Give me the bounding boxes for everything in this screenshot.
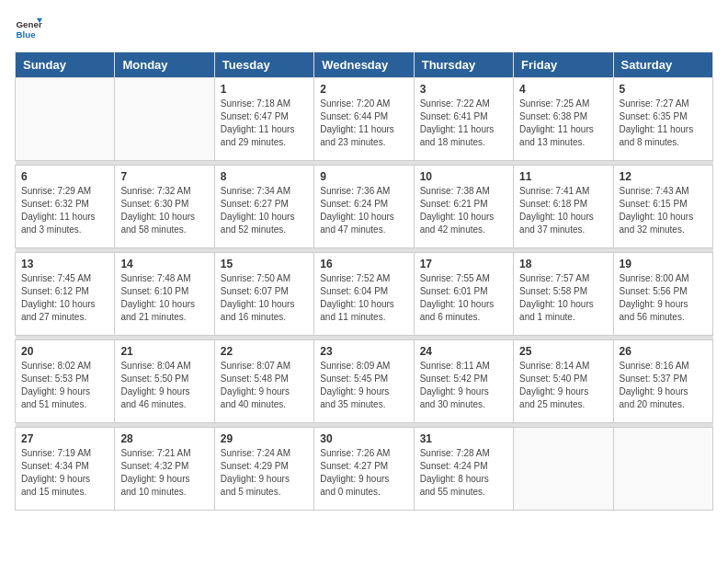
- calendar-cell: 22Sunrise: 8:07 AM Sunset: 5:48 PM Dayli…: [214, 340, 313, 423]
- day-header-sunday: Sunday: [16, 52, 115, 78]
- calendar-cell: 18Sunrise: 7:57 AM Sunset: 5:58 PM Dayli…: [514, 253, 613, 336]
- calendar-cell: 2Sunrise: 7:20 AM Sunset: 6:44 PM Daylig…: [314, 78, 414, 161]
- day-number: 28: [120, 432, 208, 445]
- calendar-week-row: 6Sunrise: 7:29 AM Sunset: 6:32 PM Daylig…: [16, 166, 713, 248]
- cell-details: Sunrise: 7:27 AM Sunset: 6:35 PM Dayligh…: [620, 98, 707, 149]
- cell-details: Sunrise: 7:55 AM Sunset: 6:01 PM Dayligh…: [420, 272, 507, 324]
- calendar-cell: 10Sunrise: 7:38 AM Sunset: 6:21 PM Dayli…: [414, 166, 513, 248]
- calendar-cell: 3Sunrise: 7:22 AM Sunset: 6:41 PM Daylig…: [414, 78, 513, 161]
- cell-details: Sunrise: 7:25 AM Sunset: 6:38 PM Dayligh…: [519, 98, 607, 149]
- day-number: 26: [620, 345, 707, 358]
- cell-details: Sunrise: 8:07 AM Sunset: 5:48 PM Dayligh…: [221, 360, 308, 411]
- calendar-cell: 4Sunrise: 7:25 AM Sunset: 6:38 PM Daylig…: [514, 78, 613, 161]
- day-number: 19: [620, 258, 707, 270]
- cell-details: Sunrise: 7:29 AM Sunset: 6:32 PM Dayligh…: [21, 185, 108, 236]
- svg-text:Blue: Blue: [17, 29, 37, 40]
- day-number: 21: [120, 345, 208, 358]
- cell-details: Sunrise: 7:38 AM Sunset: 6:21 PM Dayligh…: [420, 185, 507, 236]
- cell-details: Sunrise: 7:26 AM Sunset: 4:27 PM Dayligh…: [320, 447, 407, 499]
- calendar-cell: 14Sunrise: 7:48 AM Sunset: 6:10 PM Dayli…: [115, 253, 214, 336]
- cell-details: Sunrise: 8:16 AM Sunset: 5:37 PM Dayligh…: [620, 360, 707, 411]
- day-number: 29: [221, 432, 308, 445]
- calendar-cell: [613, 428, 712, 511]
- day-header-thursday: Thursday: [414, 52, 513, 78]
- cell-details: Sunrise: 7:18 AM Sunset: 6:47 PM Dayligh…: [221, 98, 308, 149]
- day-number: 7: [120, 170, 208, 183]
- day-number: 9: [320, 170, 407, 183]
- cell-details: Sunrise: 7:24 AM Sunset: 4:29 PM Dayligh…: [221, 447, 308, 499]
- day-number: 3: [420, 83, 507, 96]
- calendar-cell: [514, 428, 613, 511]
- day-number: 16: [320, 258, 407, 270]
- calendar-cell: [16, 78, 115, 161]
- cell-details: Sunrise: 7:57 AM Sunset: 5:58 PM Dayligh…: [519, 272, 607, 324]
- day-number: 2: [320, 83, 407, 96]
- cell-details: Sunrise: 7:41 AM Sunset: 6:18 PM Dayligh…: [519, 185, 607, 236]
- cell-details: Sunrise: 8:02 AM Sunset: 5:53 PM Dayligh…: [21, 360, 108, 411]
- day-header-friday: Friday: [514, 52, 613, 78]
- cell-details: Sunrise: 7:32 AM Sunset: 6:30 PM Dayligh…: [120, 185, 208, 236]
- calendar-cell: 6Sunrise: 7:29 AM Sunset: 6:32 PM Daylig…: [16, 166, 115, 248]
- day-header-wednesday: Wednesday: [314, 52, 414, 78]
- cell-details: Sunrise: 7:21 AM Sunset: 4:32 PM Dayligh…: [120, 447, 208, 499]
- calendar-cell: 19Sunrise: 8:00 AM Sunset: 5:56 PM Dayli…: [613, 253, 712, 336]
- calendar-cell: 1Sunrise: 7:18 AM Sunset: 6:47 PM Daylig…: [214, 78, 313, 161]
- day-number: 22: [221, 345, 308, 358]
- day-number: 14: [120, 258, 208, 270]
- calendar-cell: 21Sunrise: 8:04 AM Sunset: 5:50 PM Dayli…: [115, 340, 214, 423]
- calendar-body: 1Sunrise: 7:18 AM Sunset: 6:47 PM Daylig…: [16, 78, 713, 511]
- cell-details: Sunrise: 7:19 AM Sunset: 4:34 PM Dayligh…: [21, 447, 108, 499]
- cell-details: Sunrise: 7:34 AM Sunset: 6:27 PM Dayligh…: [221, 185, 308, 236]
- calendar-cell: 28Sunrise: 7:21 AM Sunset: 4:32 PM Dayli…: [115, 428, 214, 511]
- calendar-cell: 25Sunrise: 8:14 AM Sunset: 5:40 PM Dayli…: [514, 340, 613, 423]
- day-number: 1: [221, 83, 308, 96]
- calendar-header-row: SundayMondayTuesdayWednesdayThursdayFrid…: [16, 52, 713, 78]
- calendar-week-row: 20Sunrise: 8:02 AM Sunset: 5:53 PM Dayli…: [16, 340, 713, 423]
- cell-details: Sunrise: 8:11 AM Sunset: 5:42 PM Dayligh…: [420, 360, 507, 411]
- day-number: 10: [420, 170, 507, 183]
- day-number: 25: [519, 345, 607, 358]
- page-header: General Blue: [15, 15, 713, 42]
- calendar-cell: 29Sunrise: 7:24 AM Sunset: 4:29 PM Dayli…: [214, 428, 313, 511]
- calendar-cell: 9Sunrise: 7:36 AM Sunset: 6:24 PM Daylig…: [314, 166, 414, 248]
- calendar-cell: 24Sunrise: 8:11 AM Sunset: 5:42 PM Dayli…: [414, 340, 513, 423]
- calendar-cell: 8Sunrise: 7:34 AM Sunset: 6:27 PM Daylig…: [214, 166, 313, 248]
- calendar-cell: 23Sunrise: 8:09 AM Sunset: 5:45 PM Dayli…: [314, 340, 414, 423]
- day-number: 20: [21, 345, 108, 358]
- day-header-monday: Monday: [115, 52, 214, 78]
- day-number: 8: [221, 170, 308, 183]
- cell-details: Sunrise: 8:09 AM Sunset: 5:45 PM Dayligh…: [320, 360, 407, 411]
- day-number: 4: [519, 83, 607, 96]
- day-number: 15: [221, 258, 308, 270]
- calendar-cell: 17Sunrise: 7:55 AM Sunset: 6:01 PM Dayli…: [414, 253, 513, 336]
- day-number: 17: [420, 258, 507, 270]
- day-number: 30: [320, 432, 407, 445]
- calendar-cell: 13Sunrise: 7:45 AM Sunset: 6:12 PM Dayli…: [16, 253, 115, 336]
- day-number: 24: [420, 345, 507, 358]
- calendar-cell: 26Sunrise: 8:16 AM Sunset: 5:37 PM Dayli…: [613, 340, 712, 423]
- calendar-cell: 15Sunrise: 7:50 AM Sunset: 6:07 PM Dayli…: [214, 253, 313, 336]
- cell-details: Sunrise: 7:20 AM Sunset: 6:44 PM Dayligh…: [320, 98, 407, 149]
- cell-details: Sunrise: 8:04 AM Sunset: 5:50 PM Dayligh…: [120, 360, 208, 411]
- cell-details: Sunrise: 7:48 AM Sunset: 6:10 PM Dayligh…: [120, 272, 208, 324]
- day-header-saturday: Saturday: [613, 52, 712, 78]
- calendar-week-row: 1Sunrise: 7:18 AM Sunset: 6:47 PM Daylig…: [16, 78, 713, 161]
- calendar-cell: 31Sunrise: 7:28 AM Sunset: 4:24 PM Dayli…: [414, 428, 513, 511]
- day-number: 13: [21, 258, 108, 270]
- logo: General Blue: [15, 15, 42, 42]
- day-number: 6: [21, 170, 108, 183]
- cell-details: Sunrise: 7:50 AM Sunset: 6:07 PM Dayligh…: [221, 272, 308, 324]
- cell-details: Sunrise: 7:52 AM Sunset: 6:04 PM Dayligh…: [320, 272, 407, 324]
- calendar-week-row: 27Sunrise: 7:19 AM Sunset: 4:34 PM Dayli…: [16, 428, 713, 511]
- cell-details: Sunrise: 7:22 AM Sunset: 6:41 PM Dayligh…: [420, 98, 507, 149]
- calendar-cell: 20Sunrise: 8:02 AM Sunset: 5:53 PM Dayli…: [16, 340, 115, 423]
- day-number: 18: [519, 258, 607, 270]
- day-number: 12: [620, 170, 707, 183]
- calendar-cell: 7Sunrise: 7:32 AM Sunset: 6:30 PM Daylig…: [115, 166, 214, 248]
- day-number: 27: [21, 432, 108, 445]
- day-number: 23: [320, 345, 407, 358]
- day-number: 11: [519, 170, 607, 183]
- cell-details: Sunrise: 7:45 AM Sunset: 6:12 PM Dayligh…: [21, 272, 108, 324]
- calendar-cell: 5Sunrise: 7:27 AM Sunset: 6:35 PM Daylig…: [613, 78, 712, 161]
- calendar-cell: 16Sunrise: 7:52 AM Sunset: 6:04 PM Dayli…: [314, 253, 414, 336]
